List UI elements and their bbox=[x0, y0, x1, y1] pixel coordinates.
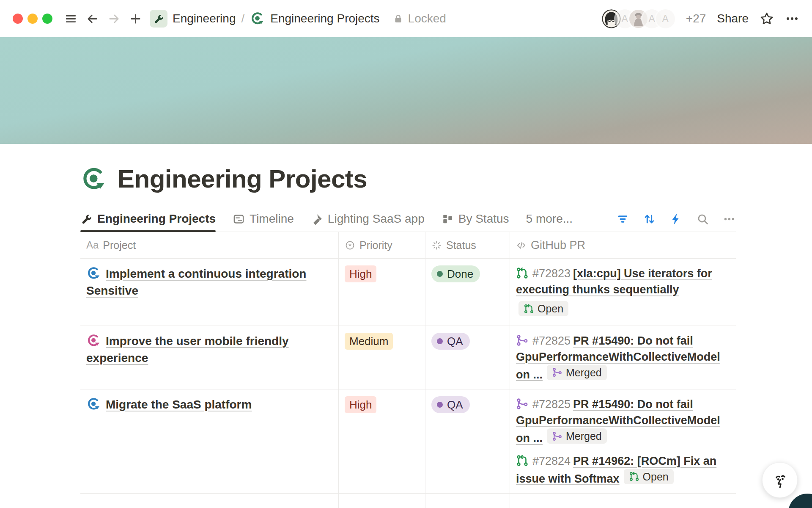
window-controls bbox=[13, 14, 52, 24]
table-row: Migrate the SaaS platform High QA #72825… bbox=[80, 389, 736, 494]
back-arrow-icon bbox=[86, 12, 99, 25]
github-pr-link[interactable]: #72825PR #15490: Do not fail GpuPerforma… bbox=[516, 396, 730, 446]
zoom-window-button[interactable] bbox=[42, 14, 52, 24]
hammer-icon bbox=[311, 213, 323, 225]
timeline-icon bbox=[233, 213, 245, 225]
view-options-button[interactable] bbox=[723, 213, 736, 226]
view-tabs: Engineering Projects Timeline Lighting S… bbox=[80, 206, 736, 232]
topbar-right: A A A +27 Share bbox=[602, 9, 799, 28]
page-title: Engineering Projects bbox=[118, 164, 367, 193]
minimize-window-button[interactable] bbox=[27, 14, 38, 24]
notion-ai-button[interactable] bbox=[762, 462, 798, 498]
pr-state-badge[interactable]: Merged bbox=[547, 428, 607, 444]
page-cycle-icon[interactable] bbox=[80, 166, 107, 193]
locked-indicator[interactable]: Locked bbox=[392, 12, 446, 25]
wrench-icon bbox=[80, 213, 93, 225]
breadcrumb-team[interactable]: Engineering bbox=[173, 12, 236, 25]
priority-badge[interactable]: High bbox=[345, 396, 376, 413]
sidebar-menu-button[interactable] bbox=[63, 11, 79, 27]
breadcrumb: Engineering / Engineering Projects bbox=[150, 10, 380, 28]
favorite-button[interactable] bbox=[760, 11, 774, 26]
board-icon bbox=[442, 213, 454, 225]
bolt-icon bbox=[669, 213, 683, 226]
pr-merged-icon bbox=[552, 367, 562, 378]
status-dot bbox=[437, 271, 443, 277]
tab-lighting-saas-app[interactable]: Lighting SaaS app bbox=[311, 206, 425, 232]
ellipsis-icon bbox=[723, 213, 736, 226]
table-header: Aa Project Priority Status GitHub PR bbox=[80, 232, 736, 259]
close-window-button[interactable] bbox=[13, 14, 23, 24]
pr-state-badge[interactable]: Open bbox=[518, 301, 568, 316]
breadcrumb-page[interactable]: Engineering Projects bbox=[270, 12, 379, 25]
more-options-button[interactable] bbox=[785, 11, 799, 26]
automation-button[interactable] bbox=[669, 213, 683, 226]
column-header-priority[interactable]: Priority bbox=[338, 232, 425, 258]
status-badge[interactable]: QA bbox=[431, 333, 470, 350]
github-pr-link[interactable]: #72824PR #14962: [ROCm] Fix an issue wit… bbox=[516, 453, 730, 487]
text-property-icon: Aa bbox=[86, 239, 99, 251]
code-icon bbox=[516, 240, 527, 251]
page-content: Engineering Projects Engineering Project… bbox=[80, 164, 736, 508]
sidebar-menu-icon bbox=[64, 12, 77, 25]
ellipsis-icon bbox=[785, 11, 799, 26]
sort-button[interactable] bbox=[643, 213, 656, 226]
more-views-button[interactable]: 5 more... bbox=[526, 212, 573, 226]
table-row: Implement a continuous integration Sensi… bbox=[80, 259, 736, 326]
notion-window: Engineering / Engineering Projects Locke… bbox=[0, 0, 812, 508]
lock-icon bbox=[392, 13, 404, 25]
pr-state-badge[interactable]: Merged bbox=[547, 365, 607, 380]
github-pr-link[interactable]: #72823[xla:cpu] Use iterators for execut… bbox=[516, 265, 730, 319]
table-row: Improve the user mobile friendly experie… bbox=[80, 326, 736, 390]
corner-widget[interactable] bbox=[788, 494, 812, 508]
plus-icon bbox=[129, 12, 142, 25]
view-toolbar bbox=[616, 213, 736, 226]
table-row: Implement a continuous integration Mediu… bbox=[80, 494, 736, 508]
cycle-icon bbox=[86, 266, 101, 281]
search-button[interactable] bbox=[696, 213, 709, 226]
star-icon bbox=[760, 11, 774, 26]
cycle-icon bbox=[250, 11, 265, 26]
teamspace-icon[interactable] bbox=[150, 10, 167, 28]
page-cover bbox=[0, 37, 812, 144]
cycle-icon bbox=[86, 333, 101, 348]
forward-button[interactable] bbox=[106, 11, 122, 27]
forward-arrow-icon bbox=[107, 12, 121, 25]
pr-merged-icon bbox=[516, 334, 529, 347]
pr-state-badge[interactable]: Open bbox=[624, 469, 674, 484]
project-title-link[interactable]: Migrate the SaaS platform bbox=[86, 398, 252, 411]
avatar-overflow-count[interactable]: +27 bbox=[686, 12, 706, 25]
column-header-project[interactable]: Aa Project bbox=[80, 232, 338, 258]
avatar-stack[interactable]: A A A bbox=[602, 9, 675, 28]
column-header-github-pr[interactable]: GitHub PR bbox=[510, 232, 736, 258]
avatar[interactable]: A bbox=[656, 9, 675, 28]
status-badge[interactable]: QA bbox=[431, 396, 470, 413]
cycle-icon bbox=[86, 397, 101, 411]
back-button[interactable] bbox=[84, 11, 101, 27]
priority-badge[interactable]: Medium bbox=[345, 333, 393, 350]
tab-by-status[interactable]: By Status bbox=[442, 206, 509, 232]
tab-timeline[interactable]: Timeline bbox=[233, 206, 294, 232]
topbar: Engineering / Engineering Projects Locke… bbox=[0, 0, 812, 37]
locked-label: Locked bbox=[408, 12, 446, 25]
column-header-status[interactable]: Status bbox=[425, 232, 510, 258]
nav-buttons bbox=[63, 11, 144, 27]
status-dot bbox=[437, 402, 443, 408]
project-title-link[interactable]: Improve the user mobile friendly experie… bbox=[86, 334, 289, 364]
select-property-icon bbox=[345, 240, 355, 251]
share-button[interactable]: Share bbox=[717, 12, 749, 25]
pr-merged-icon bbox=[552, 431, 562, 442]
github-pr-link[interactable]: #72825PR #15490: Do not fail GpuPerforma… bbox=[516, 333, 730, 383]
status-spinner-icon bbox=[431, 240, 442, 251]
priority-badge[interactable]: High bbox=[345, 265, 376, 282]
pr-open-icon bbox=[516, 267, 529, 279]
status-dot bbox=[437, 338, 443, 344]
search-icon bbox=[696, 213, 709, 226]
status-badge[interactable]: Done bbox=[431, 265, 480, 282]
tab-engineering-projects[interactable]: Engineering Projects bbox=[80, 206, 216, 232]
sort-icon bbox=[643, 213, 656, 226]
pr-open-icon bbox=[516, 454, 529, 467]
ai-face-icon bbox=[770, 470, 790, 490]
filter-button[interactable] bbox=[616, 213, 629, 226]
project-title-link[interactable]: Implement a continuous integration Sensi… bbox=[86, 267, 306, 297]
new-tab-button[interactable] bbox=[127, 11, 144, 27]
